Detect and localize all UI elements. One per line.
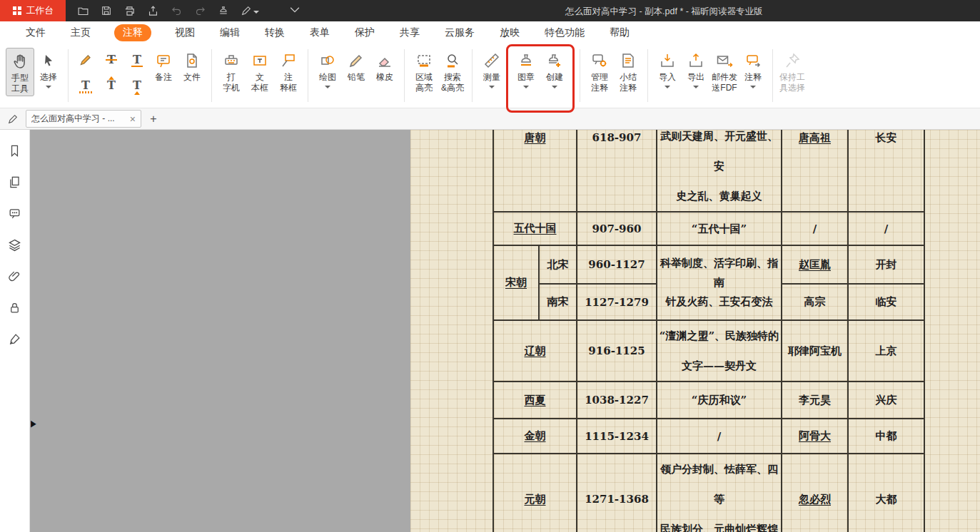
menu-tab-edit[interactable]: 编辑 <box>218 24 241 41</box>
print-icon[interactable] <box>123 5 136 17</box>
founder-link[interactable]: 赵匡胤 <box>782 245 848 284</box>
redo-icon[interactable] <box>194 5 206 17</box>
page-thumbnails-panel-icon[interactable] <box>8 175 21 189</box>
note-button[interactable]: 备注 <box>149 48 178 84</box>
close-tab-icon[interactable]: × <box>130 114 136 124</box>
signature-panel-icon[interactable] <box>8 332 21 346</box>
file-attachment-button[interactable]: 文件 <box>178 48 206 84</box>
capital-cell: 长安 <box>848 130 924 212</box>
import-comments-button[interactable]: 导入 <box>653 48 682 90</box>
eraser-button[interactable]: 橡皮 <box>370 48 399 84</box>
callout-button[interactable]: 注 释框 <box>274 48 303 95</box>
textbox-button[interactable]: 文 本框 <box>246 48 274 95</box>
create-label: 创建 <box>546 72 563 83</box>
attachments-panel-icon[interactable] <box>8 270 21 283</box>
dynasty-link[interactable]: 唐朝 <box>493 130 577 212</box>
underline-text-button[interactable]: T <box>128 51 146 69</box>
period-cell: 618-907 <box>577 130 657 212</box>
workbench-button[interactable]: 工作台 <box>0 0 66 21</box>
measure-button[interactable]: 测量 <box>478 48 506 90</box>
typewriter-button[interactable]: 打 字机 <box>217 48 246 95</box>
menu-tab-comment[interactable]: 注释 <box>114 24 151 41</box>
keep-tool-label-2: 具选择 <box>779 83 805 93</box>
document-view[interactable]: 唐朝 618-907 武则天建周、开元盛世、安史之乱、黄巢起义 唐高祖 长安 五… <box>30 130 980 532</box>
pencil-edit-icon[interactable] <box>0 113 26 125</box>
menu-tab-form[interactable]: 表单 <box>308 24 331 41</box>
export-comments-button[interactable]: 导出 <box>682 48 710 90</box>
dynasty-link[interactable]: 金朝 <box>493 419 577 454</box>
sub-dynasty-cell: 南宋 <box>539 284 577 320</box>
events-cell: “澶渊之盟”、民族独特的文字——契丹文 <box>657 320 782 382</box>
new-tab-button[interactable]: + <box>147 113 160 126</box>
hand-tool-button[interactable]: 手型 工具 <box>6 48 34 96</box>
undo-icon[interactable] <box>171 5 183 17</box>
pdf-page[interactable]: 唐朝 618-907 武则天建周、开元盛世、安史之乱、黄巢起义 唐高祖 长安 五… <box>410 130 980 532</box>
insert-text-button[interactable]: T <box>128 76 146 95</box>
email-fdf-button[interactable]: 邮件发 送FDF <box>710 48 739 95</box>
menu-tab-present[interactable]: 放映 <box>498 24 521 41</box>
menu-tab-share[interactable]: 共享 <box>398 24 421 41</box>
menu-tab-protect[interactable]: 保护 <box>353 24 376 41</box>
panel-expand-handle[interactable]: ▶ <box>31 418 36 428</box>
layers-panel-icon[interactable] <box>8 238 21 252</box>
menu-tab-home[interactable]: 主页 <box>69 24 92 41</box>
manage-comments-button[interactable]: 管理 注释 <box>585 48 614 95</box>
workbench-grid-icon <box>12 6 22 16</box>
pen-tool-icon[interactable] <box>241 5 259 16</box>
menu-tab-file[interactable]: 文件 <box>24 24 47 41</box>
period-cell: 1271-1368 <box>577 454 657 532</box>
menu-tab-features[interactable]: 特色功能 <box>543 24 586 41</box>
dynasty-link[interactable]: 五代十国 <box>493 212 577 245</box>
squiggly-icon: T <box>81 80 90 91</box>
caret-down-icon <box>325 86 330 88</box>
stamp-button[interactable]: 图章 <box>512 48 540 90</box>
document-tab[interactable]: 怎么面对高中学习 - ... × <box>26 110 141 128</box>
dynasty-link[interactable]: 西夏 <box>493 382 577 419</box>
menu-tab-help[interactable]: 帮助 <box>608 24 631 41</box>
capital-cell: 开封 <box>848 245 924 284</box>
security-panel-icon[interactable] <box>8 301 21 314</box>
stamp-quick-icon[interactable] <box>218 5 229 16</box>
events-cell: “庆历和议” <box>657 382 782 419</box>
save-icon[interactable] <box>101 5 112 16</box>
menu-tab-view[interactable]: 视图 <box>173 24 196 41</box>
dynasty-link[interactable]: 宋朝 <box>493 245 539 320</box>
founder-link[interactable]: 唐高祖 <box>782 130 848 212</box>
summarize-comments-icon <box>620 49 637 72</box>
open-folder-icon[interactable] <box>77 5 89 17</box>
select-tool-button[interactable]: 选择 <box>34 48 63 90</box>
export-icon[interactable] <box>147 5 159 17</box>
squiggly-text-button[interactable]: T <box>76 76 95 95</box>
highlight-text-button[interactable] <box>76 51 95 69</box>
textbox-label-2: 本框 <box>251 83 268 93</box>
bookmarks-panel-icon[interactable] <box>8 144 21 158</box>
dynasty-link[interactable]: 元朝 <box>493 454 577 532</box>
summarize-comments-button[interactable]: 小结 注释 <box>614 48 642 95</box>
capital-cell: 大都 <box>848 454 924 532</box>
founder-link[interactable]: 忽必烈 <box>782 454 848 532</box>
period-cell: 960-1127 <box>577 245 657 284</box>
create-stamp-button[interactable]: 创建 <box>540 48 569 90</box>
stamp-create-group: 图章 创建 <box>506 48 575 90</box>
replace-text-button[interactable]: T <box>102 76 121 95</box>
keep-tool-pin-icon <box>784 49 801 72</box>
strikeout-text-button[interactable]: T <box>102 51 121 69</box>
menu-tab-cloud[interactable]: 云服务 <box>443 24 476 41</box>
typewriter-label-2: 字机 <box>223 83 240 93</box>
toolbar-collapse-chevron-icon[interactable] <box>288 6 302 16</box>
eraser-label: 橡皮 <box>376 72 393 83</box>
insert-caret-icon: T <box>133 80 141 91</box>
comments-share-button[interactable]: 注释 <box>739 48 767 90</box>
dynasty-link[interactable]: 辽朝 <box>493 320 577 382</box>
menu-tab-convert[interactable]: 转换 <box>263 24 286 41</box>
founder-link[interactable]: 阿骨大 <box>782 419 848 454</box>
period-cell: 1115-1234 <box>577 419 657 454</box>
pencil-button[interactable]: 铅笔 <box>342 48 370 84</box>
keep-tool-selected-button[interactable]: 保持工 具选择 <box>778 48 807 95</box>
text-markup-group: T T T T T <box>76 51 146 96</box>
drawing-button[interactable]: 绘图 <box>313 48 342 90</box>
underline-icon: T <box>133 54 141 66</box>
search-highlight-button[interactable]: 搜索 &高亮 <box>438 48 467 95</box>
comments-panel-icon[interactable] <box>8 207 21 220</box>
area-highlight-button[interactable]: 区域 高亮 <box>410 48 438 95</box>
